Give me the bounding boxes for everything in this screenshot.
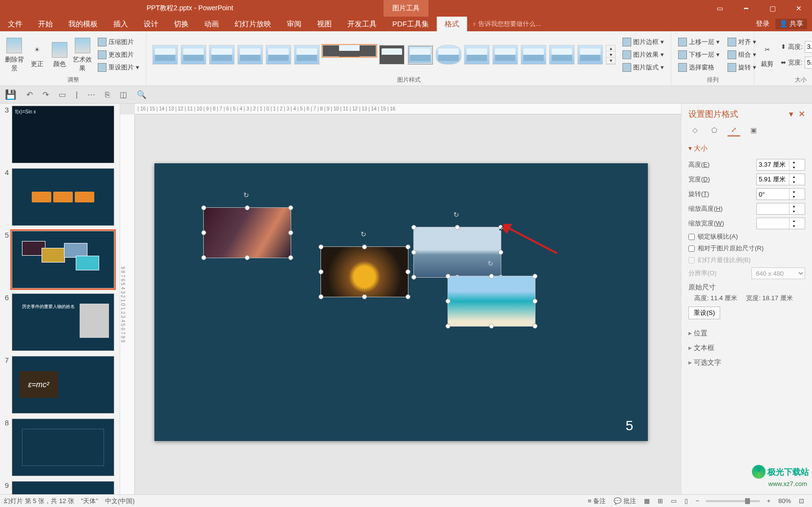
rotation-input[interactable]: ▴▾ [756,188,805,200]
pane-tab-size-icon[interactable]: ⤢ [727,124,740,136]
tab-view[interactable]: 视图 [309,17,340,31]
qat-item[interactable]: ⎘ [105,90,110,99]
ribbon-width-input[interactable]: ▴▾ [805,57,812,68]
crop-button[interactable]: ✂ 裁剪 [758,41,776,68]
scale-height-input[interactable]: ▴▾ [756,203,805,215]
zoom-out-button[interactable]: − [692,497,704,505]
resize-handle[interactable] [406,269,410,274]
pane-tab-fill-icon[interactable]: ◇ [688,124,701,136]
style-item[interactable] [521,45,546,65]
pane-close-icon[interactable]: ✕ [798,109,805,119]
gallery-more-button[interactable]: ▴▾▾ [606,45,616,65]
resize-handle[interactable] [245,255,250,260]
tell-me[interactable]: ♀ 告诉我您想要做什么... [472,20,541,28]
tab-transitions[interactable]: 切换 [166,17,196,31]
view-sorter-icon[interactable]: ⊞ [654,497,667,505]
tab-file[interactable]: 文件 [0,17,30,31]
corrections-button[interactable]: ☀ 更正 [27,41,48,68]
tab-home[interactable]: 开始 [30,17,61,31]
fit-window-icon[interactable]: ⊡ [795,497,808,505]
rotate-handle-icon[interactable]: ↻ [361,230,368,238]
resize-handle[interactable] [245,205,250,210]
resize-handle[interactable] [446,274,450,279]
resize-handle[interactable] [201,230,206,235]
save-icon[interactable]: 💾 [5,89,17,100]
tab-pdf[interactable]: PDF工具集 [385,17,437,31]
slide-canvas[interactable]: ↻ ↻ ↻ ⤢ ↻ [154,163,648,441]
style-item[interactable] [294,45,320,65]
lock-ratio-checkbox[interactable] [688,234,695,240]
thumbnail-9[interactable] [12,481,114,494]
resize-handle[interactable] [362,244,367,249]
reset-picture-button[interactable]: 重设图片▾ [95,62,142,73]
section-alttext[interactable]: 可选文字 [688,355,805,370]
resize-handle[interactable] [319,294,323,299]
send-backward-button[interactable]: 下移一层▾ [675,49,723,60]
resize-handle[interactable] [201,205,206,210]
tab-templates[interactable]: 我的模板 [61,17,106,31]
style-item[interactable] [436,45,461,65]
width-input[interactable]: ▴▾ [756,174,805,185]
resize-handle[interactable] [406,244,410,249]
section-textbox[interactable]: 文本框 [688,341,805,355]
resize-handle[interactable] [446,299,450,304]
picture-city[interactable]: ↻ [203,207,291,258]
resize-handle[interactable] [446,324,450,329]
resize-handle[interactable] [288,255,293,260]
style-item[interactable] [237,45,263,65]
style-item[interactable] [322,45,376,57]
qat-item[interactable]: ◫ [120,90,127,99]
resize-handle[interactable] [288,230,293,235]
picture-beach[interactable]: ↻ [448,276,535,327]
ribbon-options-icon[interactable]: ▭ [706,0,733,17]
undo-icon[interactable]: ↶ [26,90,33,99]
zoom-slider[interactable] [706,500,760,502]
reset-size-button[interactable]: 重设(S) [688,307,720,319]
status-lang[interactable]: 中文(中国) [105,497,135,506]
tab-design[interactable]: 设计 [136,17,166,31]
redo-icon[interactable]: ↷ [43,90,49,99]
relative-original-checkbox[interactable] [688,245,695,252]
comments-button[interactable]: 💬 批注 [610,497,640,506]
notes-button[interactable]: ≡ 备注 [584,497,610,506]
rotate-handle-icon[interactable]: ↻ [243,191,251,199]
resize-handle[interactable] [411,250,416,255]
qat-more-icon[interactable]: ⋯ [87,90,95,99]
close-button[interactable]: ✕ [786,0,812,17]
resize-handle[interactable] [498,250,503,255]
picture-mountain[interactable]: ↻ ⤢ [413,227,501,278]
change-picture-button[interactable]: 更改图片 [95,49,142,60]
section-position[interactable]: 位置 [688,326,805,341]
thumbnail-5[interactable] [12,231,114,288]
color-button[interactable]: 颜色 [49,41,70,68]
tab-slideshow[interactable]: 幻灯片放映 [227,17,279,31]
maximize-button[interactable]: ▢ [759,0,786,17]
resize-handle[interactable] [201,255,206,260]
resize-handle[interactable] [455,225,460,230]
style-item[interactable] [152,45,178,65]
view-reading-icon[interactable]: ▭ [667,497,681,505]
view-normal-icon[interactable]: ▦ [640,497,654,505]
style-item[interactable] [181,45,206,65]
style-item[interactable] [464,45,490,65]
resize-handle[interactable] [489,274,494,279]
rotate-handle-icon[interactable]: ↻ [453,211,461,219]
share-button[interactable]: 👤 共享 [775,19,807,29]
resize-handle[interactable] [319,269,323,274]
ribbon-height-input[interactable]: ▴▾ [805,41,812,53]
resize-handle[interactable] [533,274,537,279]
thumbnail-7[interactable]: ε=mc² [12,356,114,414]
picture-effects-button[interactable]: 图片效果▾ [620,49,667,60]
section-size[interactable]: 大小 [688,141,805,156]
picture-layout-button[interactable]: 图片版式▾ [620,62,667,73]
artistic-effects-button[interactable]: 艺术效果 [72,37,93,73]
rotate-handle-icon[interactable]: ↻ [488,260,495,267]
view-slideshow-icon[interactable]: ▯ [681,497,692,505]
zoom-level[interactable]: 80% [774,497,795,505]
pane-tab-effects-icon[interactable]: ⬠ [708,124,721,136]
resize-handle[interactable] [533,299,537,304]
tab-format[interactable]: 格式 [437,17,467,31]
qat-search-icon[interactable]: 🔍 [137,90,147,99]
resize-handle[interactable] [319,244,323,249]
pane-tab-picture-icon[interactable]: ▣ [747,124,760,136]
